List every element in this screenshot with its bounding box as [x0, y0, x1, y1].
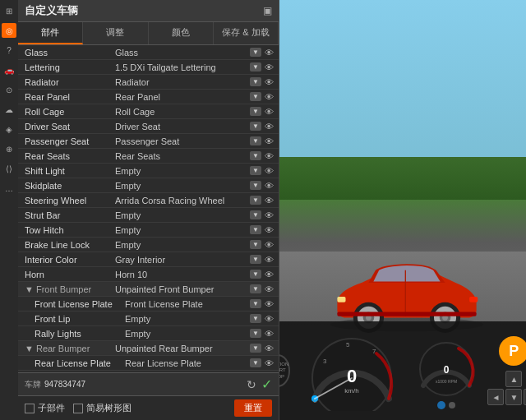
main-gauge-container: 0 3 5 7 0 km/h — [298, 329, 405, 413]
subparts-btn[interactable]: 子部件 — [25, 402, 65, 414]
dropdown-button[interactable]: ▼ — [250, 62, 261, 72]
tab-tuning[interactable]: 调整 — [83, 22, 148, 44]
speedometer: IGNITION START STOP 0 3 5 7 0 — [279, 321, 526, 420]
title-menu-icon[interactable]: ▣ — [263, 5, 272, 16]
eye-icon[interactable]: 👁 — [263, 240, 275, 250]
eye-icon[interactable]: 👁 — [263, 62, 275, 72]
eye-icon[interactable]: 👁 — [263, 284, 275, 294]
part-value: 1.5 DXi Tailgate Lettering — [115, 62, 250, 72]
simple-model-label: 简易树形图 — [86, 402, 132, 414]
subparts-checkbox[interactable] — [25, 404, 35, 413]
dropdown-button[interactable]: ▼ — [250, 225, 261, 234]
eye-icon[interactable]: 👁 — [263, 136, 275, 146]
reset-button[interactable]: 重置 — [234, 399, 272, 417]
sidebar-icon-circle[interactable]: ⊙ — [2, 82, 16, 97]
sidebar-icon-cloud[interactable]: ☁ — [2, 102, 16, 117]
part-name: Roll Cage — [25, 107, 115, 117]
tabs-bar: 部件 调整 颜色 保存 & 加载 — [18, 22, 279, 45]
game-view: IGNITION START STOP 0 3 5 7 0 — [279, 0, 526, 420]
eye-icon[interactable]: 👁 — [263, 92, 275, 102]
dropdown-button[interactable]: ▼ — [250, 210, 261, 219]
dropdown-button[interactable]: ▼ — [250, 48, 261, 57]
simple-model-btn[interactable]: 简易树形图 — [73, 402, 132, 414]
eye-icon[interactable]: 👁 — [263, 48, 275, 58]
eye-icon[interactable]: 👁 — [263, 270, 275, 279]
eye-icon[interactable]: 👁 — [263, 344, 275, 353]
sidebar-icon-bracket[interactable]: ⟨⟩ — [2, 161, 16, 176]
dropdown-button[interactable]: ▼ — [250, 255, 261, 264]
part-row: Shift LightEmpty▼👁 — [18, 164, 279, 178]
dropdown-button[interactable]: ▼ — [250, 122, 261, 131]
engine-start-stop-btn[interactable]: IGNITION START STOP — [279, 354, 290, 387]
dropdown-button[interactable]: ▼ — [250, 358, 261, 367]
dropdown-button[interactable]: ▼ — [250, 77, 261, 86]
part-name: Front License Plate — [35, 299, 125, 309]
dropdown-button[interactable]: ▼ — [250, 181, 261, 190]
part-controls: ▼👁 — [250, 255, 275, 265]
part-name: ▼ Front Bumper — [25, 284, 115, 294]
parking-button[interactable]: P — [499, 336, 526, 366]
part-controls: ▼👁 — [250, 77, 275, 87]
dropdown-button[interactable]: ▼ — [250, 151, 261, 160]
eye-icon[interactable]: 👁 — [263, 225, 275, 235]
eye-icon[interactable]: 👁 — [263, 77, 275, 87]
dropdown-button[interactable]: ▼ — [250, 240, 261, 249]
part-row: Tow HitchEmpty▼👁 — [18, 223, 279, 238]
engine-start-label: START — [279, 367, 286, 373]
eye-icon[interactable]: 👁 — [263, 255, 275, 265]
nav-up-btn[interactable]: ▲ — [505, 371, 522, 387]
dropdown-button[interactable]: ▼ — [250, 107, 261, 116]
refresh-icon[interactable]: ↻ — [247, 378, 256, 391]
dropdown-button[interactable]: ▼ — [250, 284, 261, 293]
confirm-icon[interactable]: ✓ — [261, 376, 272, 392]
nav-left-btn[interactable]: ◄ — [487, 389, 504, 405]
part-name: Radiator — [25, 77, 115, 87]
part-value: Empty — [115, 181, 250, 191]
sidebar-icon-car[interactable]: 🚗 — [2, 62, 16, 77]
eye-icon[interactable]: 👁 — [263, 358, 275, 368]
speedometer-svg: 0 3 5 7 0 km/h — [298, 329, 405, 411]
eye-icon[interactable]: 👁 — [263, 181, 275, 191]
svg-text:3: 3 — [323, 358, 327, 365]
fuel-dot — [437, 401, 445, 409]
sidebar-icon-diamond[interactable]: ◈ — [2, 122, 16, 136]
tab-save[interactable]: 保存 & 加载 — [214, 22, 279, 44]
dropdown-button[interactable]: ▼ — [250, 166, 261, 175]
sidebar-icon-help[interactable]: ? — [2, 43, 16, 58]
eye-icon[interactable]: 👁 — [263, 122, 275, 132]
eye-icon[interactable]: 👁 — [263, 151, 275, 161]
sidebar-icon-grid[interactable]: ⊞ — [2, 3, 16, 18]
part-name: Rear License Plate — [35, 358, 125, 368]
part-value: Rear Seats — [115, 151, 250, 161]
tab-color[interactable]: 颜色 — [149, 22, 214, 44]
part-row: GlassGlass▼👁 — [18, 45, 279, 60]
eye-icon[interactable]: 👁 — [263, 166, 275, 176]
eye-icon[interactable]: 👁 — [263, 329, 275, 339]
eye-icon[interactable]: 👁 — [263, 107, 275, 117]
sidebar-icon-more[interactable]: … — [2, 181, 16, 196]
part-name: Lettering — [25, 62, 115, 72]
dropdown-button[interactable]: ▼ — [250, 136, 261, 145]
nav-down-btn[interactable]: ▼ — [505, 389, 522, 405]
tab-parts[interactable]: 部件 — [18, 22, 83, 44]
eye-icon[interactable]: 👁 — [263, 314, 275, 324]
part-row: Interior ColorGray Interior▼👁 — [18, 252, 279, 267]
vehicle-label: 车牌 — [25, 379, 41, 390]
dropdown-button[interactable]: ▼ — [250, 314, 261, 323]
dropdown-button[interactable]: ▼ — [250, 196, 261, 205]
eye-icon[interactable]: 👁 — [263, 196, 275, 205]
sidebar-icon-target[interactable]: ◎ — [2, 23, 16, 38]
part-value: Roll Cage — [115, 107, 250, 117]
eye-icon[interactable]: 👁 — [263, 210, 275, 220]
eye-icon[interactable]: 👁 — [263, 299, 275, 309]
part-value: Passenger Seat — [115, 136, 250, 146]
sidebar-icon-plus[interactable]: ⊕ — [2, 141, 16, 156]
part-value: Unpainted Front Bumper — [115, 284, 250, 294]
dropdown-button[interactable]: ▼ — [250, 92, 261, 101]
dropdown-button[interactable]: ▼ — [250, 344, 261, 353]
simple-model-checkbox[interactable] — [73, 404, 83, 413]
part-value: Empty — [115, 240, 250, 250]
dropdown-button[interactable]: ▼ — [250, 270, 261, 279]
dropdown-button[interactable]: ▼ — [250, 329, 261, 338]
dropdown-button[interactable]: ▼ — [250, 299, 261, 308]
